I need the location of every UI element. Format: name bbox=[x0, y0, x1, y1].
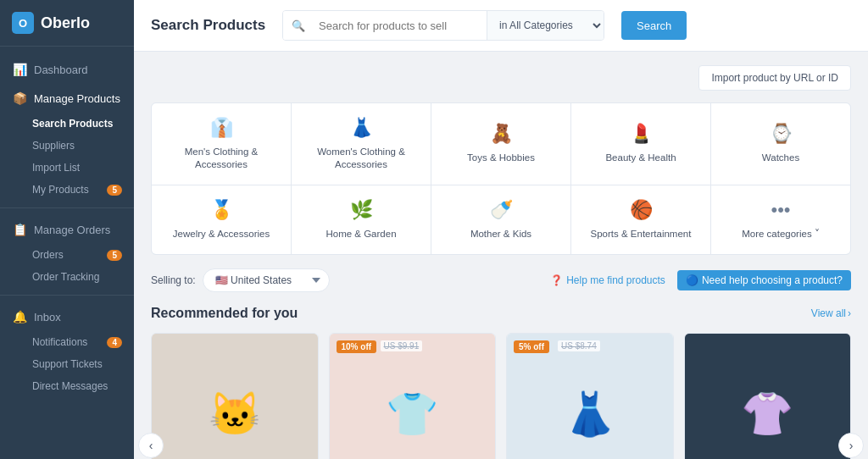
sidebar-item-search-products[interactable]: Search Products bbox=[32, 113, 134, 135]
nav-divider-2 bbox=[0, 295, 134, 296]
category-cell-sports[interactable]: 🏀 Sports & Entertainment bbox=[571, 185, 710, 254]
category-label-sports: Sports & Entertainment bbox=[591, 228, 692, 241]
manage-orders-submenu: Orders 5 Order Tracking bbox=[0, 244, 134, 288]
categories-grid: 👔 Men's Clothing & Accessories 👗 Women's… bbox=[151, 102, 851, 255]
category-label-mens-clothing: Men's Clothing & Accessories bbox=[159, 146, 284, 171]
category-cell-more[interactable]: ••• More categories ˅ bbox=[711, 185, 850, 254]
help-choose-icon: 🔵 bbox=[686, 274, 698, 286]
import-url-button[interactable]: Import product by URL or ID bbox=[698, 65, 851, 91]
search-input[interactable] bbox=[314, 11, 487, 40]
product-image-wrapper-4: 👚 bbox=[685, 334, 851, 459]
category-cell-toys-hobbies[interactable]: 🧸 Toys & Hobbies bbox=[431, 103, 570, 185]
chevron-right-icon: › bbox=[848, 307, 851, 319]
category-cell-beauty-health[interactable]: 💄 Beauty & Health bbox=[571, 103, 710, 185]
category-label-womens-clothing: Women's Clothing & Accessories bbox=[298, 146, 424, 171]
import-row: Import product by URL or ID bbox=[151, 65, 851, 91]
nav-divider-1 bbox=[0, 207, 134, 208]
category-label-mother-kids: Mother & Kids bbox=[470, 228, 531, 241]
category-cell-watches[interactable]: ⌚ Watches bbox=[711, 103, 850, 185]
category-label-more: More categories ˅ bbox=[742, 228, 820, 241]
product-image-4: 👚 bbox=[685, 334, 851, 459]
category-icon-more: ••• bbox=[771, 199, 790, 221]
dashboard-icon: 📊 bbox=[12, 63, 27, 76]
filter-links: ❓ Help me find products 🔵 Need help choo… bbox=[550, 270, 851, 290]
category-cell-mens-clothing[interactable]: 👔 Men's Clothing & Accessories bbox=[152, 103, 291, 185]
category-label-watches: Watches bbox=[762, 152, 799, 164]
filter-bar: Selling to: 🇺🇸 United States 🇬🇧 United K… bbox=[151, 268, 851, 292]
search-button[interactable]: Search bbox=[621, 11, 687, 40]
category-select[interactable]: in All Categories Men's Clothing Women's… bbox=[487, 11, 604, 40]
manage-orders-label: Manage Orders bbox=[34, 224, 110, 236]
country-select[interactable]: 🇺🇸 United States 🇬🇧 United Kingdom 🇨🇦 Ca… bbox=[203, 268, 330, 292]
original-price-badge-3: US $8.74 bbox=[558, 340, 600, 351]
dashboard-label: Dashboard bbox=[34, 64, 88, 76]
category-label-home-garden: Home & Garden bbox=[326, 228, 396, 241]
recommended-header: Recommended for you View all › bbox=[151, 306, 851, 321]
help-find-icon: ❓ bbox=[550, 274, 563, 286]
help-choose-link[interactable]: 🔵 Need help choosing a product? bbox=[677, 270, 851, 290]
discount-badge-2: 10% off bbox=[337, 340, 377, 353]
sidebar-item-order-tracking[interactable]: Order Tracking bbox=[32, 266, 134, 288]
sidebar-item-manage-products[interactable]: 📦 Manage Products bbox=[0, 84, 134, 113]
category-label-beauty-health: Beauty & Health bbox=[605, 152, 676, 164]
category-icon-home-garden: 🌿 bbox=[350, 199, 373, 221]
inbox-icon: 🔔 bbox=[12, 310, 27, 324]
sidebar-item-orders[interactable]: Orders 5 bbox=[32, 244, 134, 266]
category-label-toys-hobbies: Toys & Hobbies bbox=[467, 152, 535, 164]
product-image-wrapper-3: 👗 5% off US $8.74 bbox=[507, 334, 673, 459]
category-label-jewelry: Jewelry & Accessories bbox=[173, 228, 270, 241]
sidebar-item-import-list[interactable]: Import List bbox=[32, 157, 134, 179]
sidebar-nav: 📊 Dashboard 📦 Manage Products Search Pro… bbox=[0, 47, 134, 459]
category-cell-womens-clothing[interactable]: 👗 Women's Clothing & Accessories bbox=[292, 103, 431, 185]
products-grid: 🐱 Women Plus Size Cat Printing Te... US … bbox=[151, 333, 851, 459]
main-content: Search Products 🔍 in All Categories Men'… bbox=[134, 0, 868, 459]
sidebar-item-support-tickets[interactable]: Support Tickets bbox=[32, 353, 134, 375]
search-bar: 🔍 in All Categories Men's Clothing Women… bbox=[282, 10, 604, 41]
category-icon-mens-clothing: 👔 bbox=[210, 117, 233, 139]
logo-area: O Oberlo bbox=[0, 0, 134, 47]
sidebar-item-suppliers[interactable]: Suppliers bbox=[32, 135, 134, 157]
product-image-wrapper-2: 👕 10% off US $9.91 bbox=[330, 334, 496, 459]
product-card-4[interactable]: 👚 Women Summer T-Shirt Knot Fro... US $9… bbox=[684, 333, 852, 459]
sidebar-item-manage-orders[interactable]: 📋 Manage Orders bbox=[0, 215, 134, 244]
product-carousel: ‹ 🐱 Women Plus Size Cat Printing Te... U… bbox=[151, 333, 851, 459]
top-bar: Search Products 🔍 in All Categories Men'… bbox=[134, 0, 868, 52]
content-area: Import product by URL or ID 👔 Men's Clot… bbox=[134, 52, 868, 459]
product-card-1[interactable]: 🐱 Women Plus Size Cat Printing Te... US … bbox=[151, 333, 319, 459]
category-cell-jewelry[interactable]: 🏅 Jewelry & Accessories bbox=[152, 185, 291, 254]
category-icon-jewelry: 🏅 bbox=[210, 199, 233, 221]
carousel-prev-button[interactable]: ‹ bbox=[138, 433, 164, 458]
manage-products-icon: 📦 bbox=[12, 91, 27, 105]
help-find-link[interactable]: ❓ Help me find products bbox=[550, 274, 665, 286]
category-cell-home-garden[interactable]: 🌿 Home & Garden bbox=[292, 185, 431, 254]
category-icon-womens-clothing: 👗 bbox=[350, 117, 373, 139]
category-icon-sports: 🏀 bbox=[630, 199, 653, 221]
manage-products-submenu: Search Products Suppliers Import List My… bbox=[0, 113, 134, 201]
discount-badge-3: 5% off bbox=[514, 340, 549, 353]
original-price-badge-2: US $9.91 bbox=[381, 340, 423, 351]
product-card-3[interactable]: 👗 5% off US $8.74 Women Stripe Tee Casua… bbox=[506, 333, 674, 459]
manage-orders-icon: 📋 bbox=[12, 223, 27, 236]
sidebar-item-direct-messages[interactable]: Direct Messages bbox=[32, 375, 134, 397]
inbox-label: Inbox bbox=[34, 311, 61, 324]
my-products-badge: 5 bbox=[107, 185, 122, 196]
logo-text: Oberlo bbox=[41, 14, 90, 32]
page-title: Search Products bbox=[151, 17, 265, 34]
logo-icon: O bbox=[12, 12, 34, 34]
sidebar-item-dashboard[interactable]: 📊 Dashboard bbox=[0, 55, 134, 84]
category-cell-mother-kids[interactable]: 🍼 Mother & Kids bbox=[431, 185, 570, 254]
manage-products-label: Manage Products bbox=[34, 92, 120, 105]
category-icon-beauty-health: 💄 bbox=[630, 123, 653, 145]
sidebar: O Oberlo 📊 Dashboard 📦 Manage Products S… bbox=[0, 0, 134, 459]
view-all-link[interactable]: View all › bbox=[811, 307, 851, 319]
product-card-2[interactable]: 👕 10% off US $9.91 Printed T shirt Patch… bbox=[329, 333, 497, 459]
carousel-next-button[interactable]: › bbox=[838, 433, 864, 458]
notifications-badge: 4 bbox=[107, 337, 122, 348]
orders-badge: 5 bbox=[107, 250, 122, 261]
inbox-submenu: Notifications 4 Support Tickets Direct M… bbox=[0, 331, 134, 397]
sidebar-item-notifications[interactable]: Notifications 4 bbox=[32, 331, 134, 353]
sidebar-item-my-products[interactable]: My Products 5 bbox=[32, 179, 134, 201]
selling-to-label: Selling to: bbox=[151, 274, 196, 286]
sidebar-item-inbox[interactable]: 🔔 Inbox bbox=[0, 302, 134, 331]
product-image-wrapper-1: 🐱 bbox=[152, 334, 318, 459]
